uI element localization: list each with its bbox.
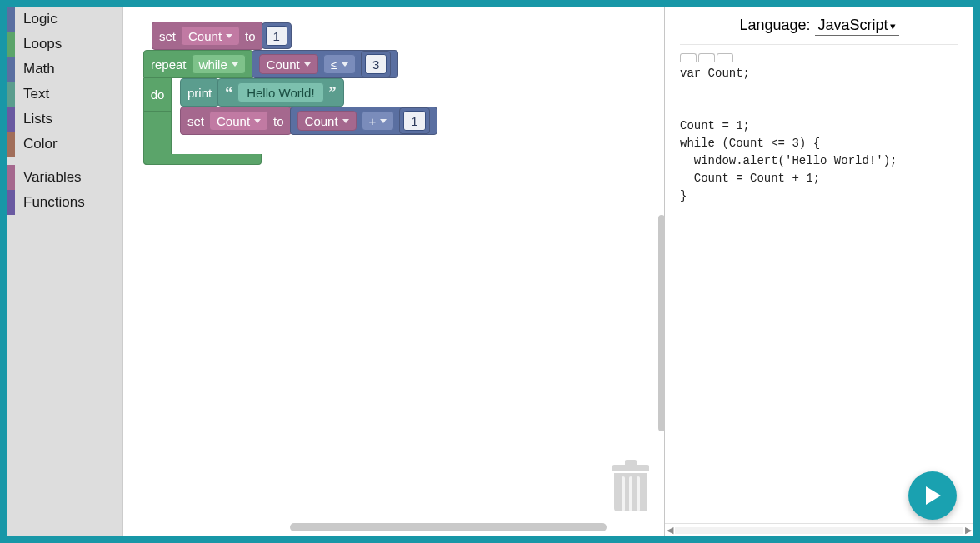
divider [680, 44, 958, 45]
category-label: Loops [15, 36, 62, 52]
keyword-to: to [273, 114, 284, 128]
variable-dropdown[interactable]: Count [209, 111, 268, 131]
category-label: Logic [15, 11, 58, 27]
toolbox-category-functions[interactable]: Functions [7, 190, 122, 215]
chevron-down-icon [304, 62, 311, 67]
loop-do-label: do [143, 78, 172, 112]
chevron-down-icon [254, 119, 261, 123]
toolbox: Logic Loops Math Text Lists Color Variab… [7, 7, 123, 536]
pane-splitter[interactable] [658, 215, 665, 431]
block-text-literal[interactable]: “ Hello World! ” [218, 78, 343, 107]
svg-marker-0 [926, 486, 941, 505]
block-repeat-while[interactable]: repeat while [143, 50, 253, 78]
keyword-print: print [188, 86, 212, 100]
keyword-repeat: repeat [151, 57, 187, 72]
variable-dropdown[interactable]: Count [181, 26, 240, 46]
category-swatch [7, 57, 15, 82]
code-tab[interactable] [680, 53, 697, 62]
category-swatch [7, 132, 15, 157]
generated-code: var Count; Count = 1; while (Count <= 3)… [665, 65, 973, 523]
toolbox-separator [7, 157, 122, 165]
toolbox-category-math[interactable]: Math [7, 57, 122, 82]
keyword-to: to [245, 29, 256, 43]
block-stack[interactable]: set Count to 1 repeat while [143, 22, 438, 165]
category-swatch [7, 7, 15, 32]
run-button[interactable] [908, 471, 957, 520]
block-arithmetic[interactable]: Count + 1 [290, 107, 438, 135]
toolbox-category-text[interactable]: Text [7, 82, 122, 107]
chevron-down-icon [226, 34, 232, 38]
category-swatch [7, 82, 15, 107]
quote-close-icon: ” [329, 84, 337, 102]
language-label: Language: [739, 17, 810, 33]
scroll-left-icon[interactable]: ◀ [667, 525, 673, 536]
category-swatch [7, 107, 15, 132]
toolbox-category-variables[interactable]: Variables [7, 165, 122, 190]
text-input[interactable]: Hello World! [238, 82, 323, 102]
category-label: Math [15, 61, 55, 77]
language-select[interactable]: JavaScript▾ [815, 17, 899, 36]
category-swatch [7, 32, 15, 57]
workspace[interactable]: set Count to 1 repeat while [123, 7, 665, 536]
block-set-variable[interactable]: set Count to [152, 22, 263, 50]
trash-icon[interactable] [612, 465, 649, 511]
chevron-down-icon [380, 119, 387, 123]
chevron-down-icon [342, 119, 349, 123]
variable-dropdown[interactable]: Count [259, 54, 318, 74]
category-label: Color [15, 136, 58, 152]
block-compare[interactable]: Count ≤ 3 [252, 50, 399, 78]
code-tab[interactable] [698, 53, 715, 62]
number-input[interactable]: 3 [365, 54, 387, 74]
keyword-set: set [159, 29, 176, 43]
code-tabs [680, 53, 958, 62]
number-block[interactable]: 3 [361, 51, 391, 77]
number-input[interactable]: 1 [403, 111, 425, 131]
loop-body-spine [143, 112, 172, 165]
category-label: Text [15, 86, 49, 102]
chevron-down-icon: ▾ [890, 20, 896, 32]
toolbox-category-logic[interactable]: Logic [7, 7, 122, 32]
variable-dropdown[interactable]: Count [298, 111, 357, 131]
chevron-down-icon [232, 62, 238, 67]
scroll-right-icon[interactable]: ▶ [965, 525, 972, 536]
quote-open-icon: “ [225, 84, 232, 102]
play-icon [924, 486, 941, 505]
number-input[interactable]: 1 [266, 26, 288, 46]
category-label: Functions [15, 194, 85, 211]
toolbox-category-loops[interactable]: Loops [7, 32, 122, 57]
keyword-set: set [188, 114, 204, 128]
category-label: Variables [15, 169, 82, 186]
block-set-variable[interactable]: set Count to [180, 107, 292, 135]
category-swatch [7, 190, 15, 215]
toolbox-category-lists[interactable]: Lists [7, 107, 122, 132]
block-print[interactable]: print [180, 78, 219, 107]
operator-dropdown[interactable]: + [362, 111, 395, 131]
category-swatch [7, 165, 15, 190]
code-tab[interactable] [717, 53, 733, 62]
operator-dropdown[interactable]: ≤ [323, 54, 356, 74]
loop-mode-dropdown[interactable]: while [192, 54, 246, 74]
chevron-down-icon [342, 62, 348, 67]
code-horizontal-scrollbar[interactable]: ◀ ▶ [665, 523, 973, 536]
toolbox-category-color[interactable]: Color [7, 132, 122, 157]
category-label: Lists [15, 111, 52, 127]
code-pane: Language: JavaScript▾ var Count; Count =… [665, 7, 973, 536]
workspace-horizontal-scrollbar[interactable] [290, 523, 607, 531]
number-block[interactable]: 1 [262, 22, 292, 49]
number-block[interactable]: 1 [399, 107, 429, 134]
